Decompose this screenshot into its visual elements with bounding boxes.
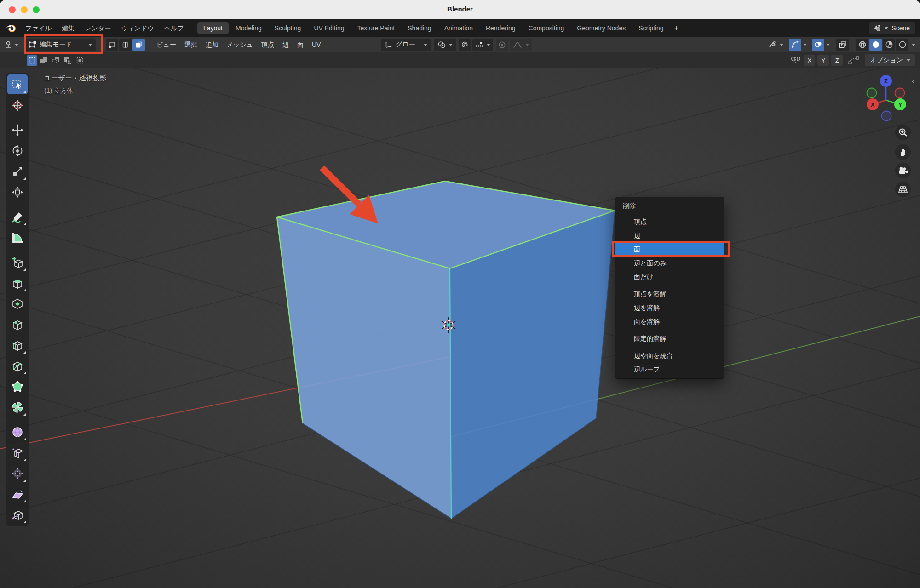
pan-button[interactable] [895, 144, 911, 160]
select-subtract-button[interactable] [51, 55, 61, 66]
menu-item-edges[interactable]: 辺 [615, 228, 724, 242]
show-overlays-button[interactable] [812, 39, 824, 51]
tab-layout[interactable]: Layout [197, 22, 229, 34]
solid-shading-button[interactable] [869, 39, 882, 51]
menu-item-dissolve-faces[interactable]: 面を溶解 [615, 314, 724, 328]
tool-move-button[interactable] [7, 120, 28, 140]
tool-shrink-fatten-button[interactable] [7, 463, 28, 483]
show-gizmo-button[interactable] [789, 39, 801, 51]
tool-poly-build-button[interactable] [7, 377, 28, 396]
mirror-z-button[interactable]: Z [831, 55, 843, 66]
select-extend-button[interactable] [39, 55, 49, 66]
add-cube-tool-icon [11, 256, 24, 269]
select-new-button[interactable] [27, 55, 37, 66]
tab-modeling[interactable]: Modeling [230, 22, 268, 34]
tool-annotate-button[interactable] [7, 207, 28, 227]
tool-transform-button[interactable] [7, 182, 28, 202]
vertex-select-mode-button[interactable] [106, 39, 118, 51]
gizmo-z-negative[interactable] [882, 111, 891, 121]
gizmo-y-negative[interactable] [895, 88, 905, 98]
navigation-gizmo[interactable]: Z X Y [859, 72, 913, 125]
xray-toggle-button[interactable] [836, 39, 849, 51]
menu-item-only-faces[interactable]: 面だけ [615, 270, 724, 284]
tab-compositing[interactable]: Compositing [523, 22, 570, 34]
mirror-x-button[interactable]: X [804, 55, 815, 66]
menu-window[interactable]: ウィンドウ [116, 19, 159, 37]
select-invert-button[interactable] [63, 55, 73, 66]
menu-view[interactable]: ビュー [152, 37, 180, 52]
tool-smooth-button[interactable] [7, 422, 28, 442]
menu-item-edge-loops[interactable]: 辺ループ [615, 362, 724, 376]
snap-target-dropdown[interactable] [472, 39, 493, 51]
select-intersect-button[interactable] [75, 55, 85, 66]
tool-bevel-button[interactable] [7, 314, 28, 334]
tool-measure-button[interactable] [7, 228, 28, 247]
tool-cursor-button[interactable] [7, 95, 28, 115]
menu-uv[interactable]: UV [308, 37, 325, 52]
tab-scripting[interactable]: Scripting [632, 22, 669, 34]
menu-help[interactable]: ヘルプ [159, 19, 189, 37]
menu-edge[interactable]: 辺 [278, 37, 293, 52]
menu-item-vertices[interactable]: 頂点 [615, 215, 724, 228]
tool-knife-button[interactable] [7, 356, 28, 376]
menu-mesh[interactable]: メッシュ [223, 37, 257, 52]
3d-viewport[interactable]: ユーザー・透視投影 (1) 立方体 [0, 68, 920, 588]
rendered-shading-button[interactable] [896, 39, 908, 51]
tab-animation[interactable]: Animation [438, 22, 479, 34]
tool-spin-button[interactable] [7, 397, 28, 417]
gizmos-group [789, 39, 807, 51]
gizmo-x-negative[interactable] [867, 88, 877, 98]
menu-item-only-edges-faces[interactable]: 辺と面のみ [615, 256, 724, 270]
sidebar-collapse-arrow[interactable]: ‹ [912, 76, 914, 86]
tool-rotate-button[interactable] [7, 141, 28, 160]
proportional-falloff-dropdown[interactable] [510, 39, 532, 51]
add-workspace-button[interactable]: + [671, 22, 682, 34]
menu-item-merge-edges-faces[interactable]: 辺や面を統合 [615, 348, 724, 362]
material-shading-button[interactable] [883, 39, 895, 51]
editor-type-button[interactable] [4, 40, 18, 49]
tab-texture-paint[interactable]: Texture Paint [351, 22, 401, 34]
tool-loop-cut-button[interactable] [7, 335, 28, 355]
pivot-point-dropdown[interactable] [434, 39, 456, 51]
wireframe-shading-button[interactable] [856, 39, 868, 51]
menu-add[interactable]: 追加 [201, 37, 223, 52]
tab-sculpting[interactable]: Sculpting [269, 22, 307, 34]
tool-shear-button[interactable] [7, 484, 28, 504]
mirror-y-button[interactable]: Y [817, 55, 829, 66]
tool-scale-button[interactable] [7, 161, 28, 181]
tab-shading[interactable]: Shading [402, 22, 437, 34]
tab-uv-editing[interactable]: UV Editing [308, 22, 350, 34]
mirror-icon[interactable] [790, 56, 801, 65]
menu-item-dissolve-vertices[interactable]: 頂点を溶解 [615, 287, 724, 301]
proportional-edit-group [496, 39, 532, 51]
transform-orientation-dropdown[interactable]: グロー... [381, 39, 431, 51]
vertex-select-icon [108, 41, 116, 49]
menu-face[interactable]: 面 [293, 37, 308, 52]
tool-rip-region-button[interactable] [7, 505, 28, 525]
tool-edge-slide-button[interactable] [7, 443, 28, 462]
tab-rendering[interactable]: Rendering [480, 22, 522, 34]
prop-falloff-icon[interactable] [848, 55, 860, 65]
scene-selector[interactable]: Scene [869, 22, 915, 34]
zoom-button[interactable] [895, 125, 911, 140]
face-select-mode-button[interactable] [132, 39, 145, 51]
options-dropdown[interactable]: オプション [865, 54, 915, 66]
object-visibility-dropdown[interactable] [769, 40, 783, 49]
falloff-curve-icon [513, 41, 522, 48]
proportional-edit-button[interactable] [496, 39, 508, 51]
mesh-select-modes [106, 39, 145, 51]
tab-geometry-nodes[interactable]: Geometry Nodes [571, 22, 632, 34]
menu-select[interactable]: 選択 [180, 37, 201, 52]
toggle-grid-button[interactable] [895, 182, 911, 197]
tool-add-cube-button[interactable] [7, 252, 28, 272]
edge-select-mode-button[interactable] [119, 39, 132, 51]
menu-item-dissolve-edges[interactable]: 辺を溶解 [615, 301, 724, 314]
tool-extrude-region-button[interactable] [7, 273, 28, 293]
menu-vertex[interactable]: 頂点 [257, 37, 278, 52]
blender-logo-icon[interactable] [6, 23, 17, 34]
snap-toggle-button[interactable] [459, 39, 472, 51]
camera-view-button[interactable] [895, 163, 911, 178]
menu-item-limited-dissolve[interactable]: 限定的溶解 [615, 331, 724, 345]
tool-select-box-button[interactable] [7, 74, 28, 94]
tool-inset-faces-button[interactable] [7, 294, 28, 314]
